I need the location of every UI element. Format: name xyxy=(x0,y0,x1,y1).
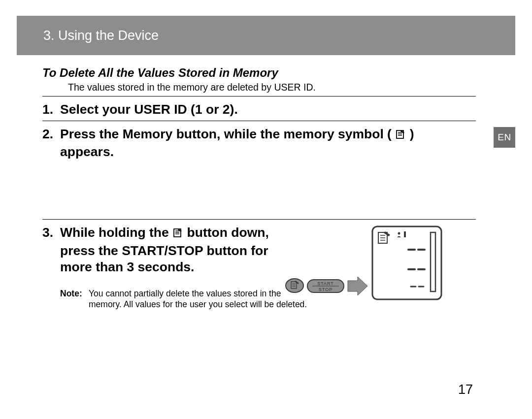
step-2: 2. Press the Memory button, while the me… xyxy=(42,126,476,160)
step-1-number: 1. xyxy=(42,101,60,118)
note: Note: You cannot partially delete the va… xyxy=(60,288,311,310)
divider xyxy=(42,121,476,121)
manual-page: 3. Using the Device EN To Delete All the… xyxy=(0,0,532,419)
memory-icon xyxy=(395,128,406,144)
section-title: To Delete All the Values Stored in Memor… xyxy=(42,66,476,80)
svg-text:START: START xyxy=(317,281,334,286)
section-intro: The values stored in the memory are dele… xyxy=(68,82,476,93)
memory-icon xyxy=(172,226,183,242)
page-content: To Delete All the Values Stored in Memor… xyxy=(42,66,476,310)
language-label: EN xyxy=(498,132,511,143)
step-3-number: 3. xyxy=(42,225,60,275)
step-2-number: 2. xyxy=(42,126,60,160)
step-1-text: Select your USER ID (1 or 2). xyxy=(60,101,476,118)
svg-point-22 xyxy=(398,232,400,235)
device-figure: START STOP xyxy=(283,223,445,296)
figure-start-stop-button-icon: START STOP xyxy=(307,280,344,292)
svg-point-8 xyxy=(286,279,303,292)
figure-memory-button-icon xyxy=(286,279,303,292)
chapter-title: 3. Using the Device xyxy=(43,28,159,43)
step-3: 3. While holding the b xyxy=(42,225,274,275)
divider xyxy=(42,219,476,220)
step-2-text: Press the Memory button, while the memor… xyxy=(60,126,469,160)
figure-arrow-icon xyxy=(348,277,367,295)
figure-device-screen-icon xyxy=(372,226,441,299)
step-1: 1. Select your USER ID (1 or 2). xyxy=(42,101,476,118)
svg-text:STOP: STOP xyxy=(319,287,332,292)
svg-rect-23 xyxy=(404,231,406,237)
language-tab: EN xyxy=(494,127,515,148)
step-3-text: While holding the button down, press the… xyxy=(60,225,274,275)
divider xyxy=(42,96,476,97)
page-number: 17 xyxy=(458,382,473,397)
step-3-row: 3. While holding the b xyxy=(42,225,476,310)
note-text: You cannot partially delete the values s… xyxy=(89,288,311,310)
note-label: Note: xyxy=(60,288,89,310)
chapter-header: 3. Using the Device xyxy=(17,16,515,55)
